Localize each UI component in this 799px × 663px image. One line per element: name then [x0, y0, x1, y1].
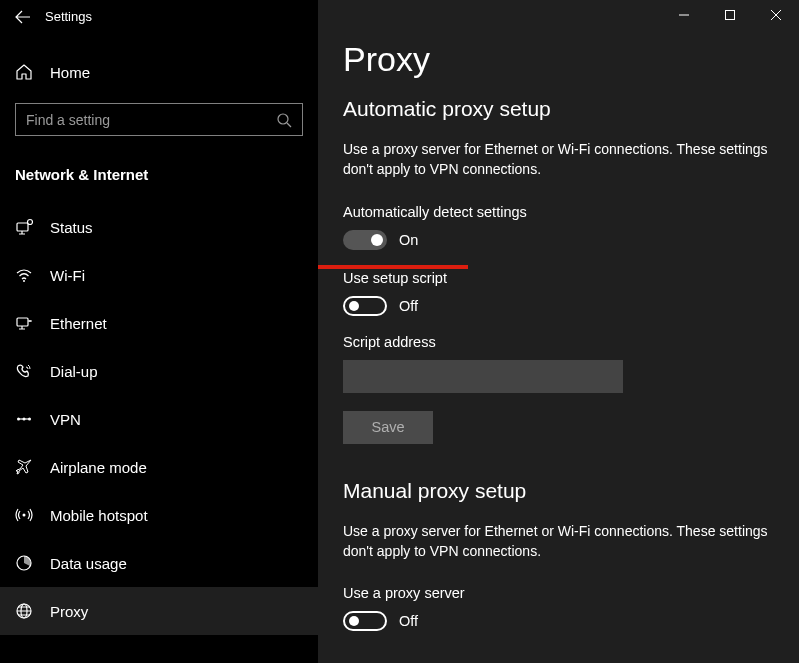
sidebar-item-wifi[interactable]: Wi-Fi	[0, 251, 318, 299]
nav-list: Status Wi-Fi Ethernet Dial-up VPN Airpla…	[0, 203, 318, 635]
section-header-auto: Automatic proxy setup	[343, 97, 799, 121]
svg-rect-12	[726, 11, 735, 20]
search-input[interactable]	[15, 103, 303, 136]
status-icon	[15, 218, 35, 236]
home-icon	[15, 63, 35, 81]
home-label: Home	[50, 64, 90, 81]
svg-rect-4	[17, 318, 28, 326]
dialup-icon	[15, 362, 35, 380]
auto-detect-state: On	[399, 232, 418, 248]
svg-point-8	[23, 514, 26, 517]
svg-point-0	[278, 114, 288, 124]
maximize-icon	[725, 10, 735, 20]
maximize-button[interactable]	[707, 0, 753, 30]
sidebar-item-vpn[interactable]: VPN	[0, 395, 318, 443]
app-title: Settings	[45, 9, 92, 24]
use-proxy-state: Off	[399, 613, 418, 629]
section-title: Network & Internet	[0, 166, 318, 183]
minimize-icon	[679, 10, 689, 20]
sidebar-item-datausage[interactable]: Data usage	[0, 539, 318, 587]
sidebar-item-label: Wi-Fi	[50, 267, 85, 284]
sidebar: Settings Home Network & Internet Status …	[0, 0, 318, 663]
sidebar-item-ethernet[interactable]: Ethernet	[0, 299, 318, 347]
sidebar-item-home[interactable]: Home	[0, 50, 318, 94]
sidebar-item-label: Mobile hotspot	[50, 507, 148, 524]
sidebar-item-status[interactable]: Status	[0, 203, 318, 251]
script-address-label: Script address	[343, 334, 799, 350]
close-icon	[771, 10, 781, 20]
auto-description: Use a proxy server for Ethernet or Wi-Fi…	[343, 139, 773, 180]
airplane-icon	[15, 458, 35, 476]
back-button[interactable]	[0, 0, 45, 33]
search-icon	[276, 112, 292, 128]
sidebar-item-label: Proxy	[50, 603, 88, 620]
annotation-highlight	[318, 265, 468, 269]
sidebar-item-label: Data usage	[50, 555, 127, 572]
setup-script-state: Off	[399, 298, 418, 314]
sidebar-item-label: Status	[50, 219, 93, 236]
close-button[interactable]	[753, 0, 799, 30]
section-header-manual: Manual proxy setup	[343, 479, 799, 503]
sidebar-item-dialup[interactable]: Dial-up	[0, 347, 318, 395]
sidebar-item-proxy[interactable]: Proxy	[0, 587, 318, 635]
sidebar-item-airplane[interactable]: Airplane mode	[0, 443, 318, 491]
setup-script-toggle[interactable]	[343, 296, 387, 316]
use-proxy-toggle[interactable]	[343, 611, 387, 631]
sidebar-item-hotspot[interactable]: Mobile hotspot	[0, 491, 318, 539]
sidebar-item-label: Ethernet	[50, 315, 107, 332]
sidebar-item-label: Airplane mode	[50, 459, 147, 476]
save-button[interactable]: Save	[343, 411, 433, 444]
auto-detect-toggle[interactable]	[343, 230, 387, 250]
proxy-icon	[15, 602, 35, 620]
svg-rect-1	[17, 223, 28, 231]
setup-script-label: Use setup script	[343, 270, 799, 286]
sidebar-item-label: Dial-up	[50, 363, 98, 380]
hotspot-icon	[15, 506, 35, 524]
sidebar-item-label: VPN	[50, 411, 81, 428]
svg-point-3	[23, 280, 25, 282]
minimize-button[interactable]	[661, 0, 707, 30]
script-address-input[interactable]	[343, 360, 623, 393]
use-proxy-label: Use a proxy server	[343, 585, 799, 601]
vpn-icon	[15, 410, 35, 428]
svg-point-2	[28, 220, 33, 225]
datausage-icon	[15, 554, 35, 572]
wifi-icon	[15, 266, 35, 284]
window-controls	[661, 0, 799, 30]
main-content: Proxy Automatic proxy setup Use a proxy …	[318, 0, 799, 663]
page-title: Proxy	[343, 40, 799, 79]
manual-description: Use a proxy server for Ethernet or Wi-Fi…	[343, 521, 773, 562]
search-field[interactable]	[26, 112, 276, 128]
ethernet-icon	[15, 314, 35, 332]
back-arrow-icon	[15, 9, 31, 25]
auto-detect-label: Automatically detect settings	[343, 204, 799, 220]
